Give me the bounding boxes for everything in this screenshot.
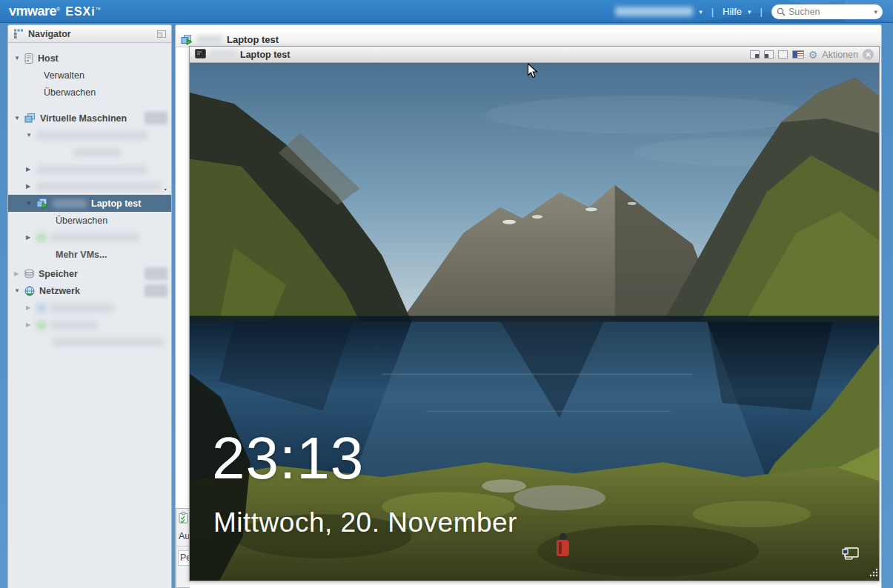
console-screen[interactable]: 23:13 Mittwoch, 20. November: [190, 63, 879, 581]
console-window-title: Laptop test: [240, 50, 290, 60]
tree-item-host-verwalten[interactable]: Verwalten: [8, 67, 171, 84]
vm-icon-redacted: [36, 233, 47, 242]
expander-icon[interactable]: ▼: [14, 287, 24, 294]
network-count-badge-redacted: [145, 284, 167, 297]
navigator-panel: Navigator ▼ Host Verwalten: [7, 24, 172, 588]
network-name-redacted: [50, 304, 114, 313]
console-screen-icon: [195, 48, 206, 61]
tree-item-label: Virtuelle Maschinen: [40, 113, 127, 124]
tree-item-virtuelle-maschinen[interactable]: ▼ Virtuelle Maschinen: [8, 110, 171, 127]
user-menu-caret-icon[interactable]: ▾: [699, 8, 703, 16]
search-caret-icon[interactable]: ▾: [874, 8, 877, 16]
navigator-tree: ▼ Host Verwalten Überwachen ▼: [8, 43, 171, 350]
tree-item-vm-redacted[interactable]: ▶: [8, 229, 171, 246]
vm-name-redacted: [36, 165, 147, 174]
mouse-cursor: [527, 63, 538, 82]
vm-running-icon: [36, 198, 48, 209]
storage-icon: [24, 269, 34, 278]
navigator-title: Navigator: [28, 29, 153, 39]
tasks-clipped-text: Au: [179, 531, 190, 541]
vms-icon: [24, 113, 36, 123]
tree-item-vm-ueberwachen[interactable]: Überwachen: [8, 212, 171, 229]
tree-item-label: Speicher: [39, 269, 78, 279]
tree-item-netzwerk[interactable]: ▼ Netzwerk: [8, 282, 171, 299]
tree-item-vm-redacted[interactable]: ▶ .: [8, 178, 171, 195]
network-icon-redacted: [36, 321, 47, 330]
tree-item-host[interactable]: ▼ Host: [8, 50, 171, 67]
page-header: Laptop test: [176, 33, 881, 47]
expander-icon[interactable]: ▶: [26, 183, 36, 190]
console-size-icon[interactable]: [764, 50, 774, 59]
expander-icon[interactable]: ▶: [26, 304, 36, 311]
tree-item-label: Host: [38, 53, 59, 64]
console-title-bar[interactable]: Laptop test ⚙ Aktionen ✕: [190, 47, 879, 63]
tree-item-vm-redacted[interactable]: ▼: [8, 127, 171, 144]
tree-item-label: Laptop test: [91, 198, 141, 209]
gear-icon[interactable]: ⚙: [809, 50, 818, 60]
network-icon-redacted: [36, 304, 47, 313]
console-size-icon[interactable]: [778, 50, 788, 59]
panel-dock-icon[interactable]: [157, 30, 166, 38]
page-title: Laptop test: [227, 34, 279, 45]
actions-menu[interactable]: Aktionen: [822, 50, 858, 60]
navigator-tree-icon: [13, 29, 24, 39]
tasks-clipped-tab[interactable]: Pe: [178, 550, 190, 566]
host-icon: [24, 53, 33, 64]
expander-icon[interactable]: ▶: [14, 270, 24, 277]
resize-grip[interactable]: [869, 567, 879, 581]
close-icon[interactable]: ✕: [863, 49, 874, 60]
expander-icon[interactable]: ▼: [26, 200, 36, 207]
tree-item-network-more-redacted[interactable]: [8, 333, 171, 350]
search-input[interactable]: [789, 7, 871, 17]
navigator-header: Navigator: [8, 25, 171, 43]
help-menu-caret-icon[interactable]: ▾: [748, 8, 751, 16]
expander-icon[interactable]: ▼: [14, 115, 24, 121]
expander-icon[interactable]: ▶: [26, 321, 36, 328]
vm-name-redacted: [36, 131, 147, 140]
tree-item-mehr-vms[interactable]: Mehr VMs...: [8, 246, 171, 263]
network-link-redacted: [53, 338, 164, 347]
tree-item-host-ueberwachen[interactable]: Überwachen: [8, 84, 171, 101]
search-box[interactable]: ▾: [771, 4, 883, 19]
lock-screen-date: Mittwoch, 20. November: [213, 507, 517, 538]
keyboard-layout-flag-icon[interactable]: [792, 50, 804, 59]
esxi-app: vmware®ESXi™ ▾ | Hilfe ▾ | ▾: [0, 0, 893, 588]
top-bar: vmware®ESXi™ ▾ | Hilfe ▾ | ▾: [0, 0, 893, 23]
divider: [176, 546, 190, 547]
logo-esxi-text: ESXi: [65, 5, 95, 18]
vm-name-prefix-redacted: [53, 199, 87, 208]
vm-name-prefix-redacted: [197, 36, 222, 44]
separator: |: [711, 6, 714, 17]
expander-icon[interactable]: ▶: [26, 234, 36, 241]
expander-icon[interactable]: ▶: [26, 166, 36, 173]
tree-item-network-redacted[interactable]: ▶: [8, 316, 171, 333]
vm-console-window: Laptop test ⚙ Aktionen ✕: [189, 46, 880, 581]
help-menu[interactable]: Hilfe: [723, 6, 742, 17]
tree-item-label: Verwalten: [44, 70, 84, 81]
vm-count-badge-redacted: [145, 112, 167, 124]
vm-name-trailing-dot: .: [165, 182, 167, 193]
network-status-icon: [840, 547, 860, 566]
network-name-redacted: [50, 321, 98, 330]
console-size-icon[interactable]: [750, 50, 760, 59]
expander-icon[interactable]: ▼: [26, 132, 36, 138]
storage-count-badge-redacted: [145, 267, 167, 280]
expander-icon[interactable]: ▼: [14, 55, 24, 61]
tree-item-speicher[interactable]: ▶ Speicher: [8, 265, 171, 282]
tree-item-vm-redacted[interactable]: ▶: [8, 161, 171, 178]
lock-screen-time: 23:13: [212, 429, 364, 488]
vmware-esxi-logo: vmware®ESXi™: [9, 4, 101, 19]
tree-item-network-redacted[interactable]: ▶: [8, 299, 171, 316]
tree-item-vm-child-redacted[interactable]: [8, 144, 171, 161]
vm-name-prefix-redacted: [210, 50, 236, 59]
logo-vmware-text: vmware: [9, 4, 56, 19]
topbar-controls: ▾ | Hilfe ▾ | ▾: [615, 0, 883, 23]
tree-item-laptop-test-selected[interactable]: ▼ Laptop test: [8, 195, 171, 212]
tasks-icon: [179, 512, 188, 527]
lock-screen-wallpaper: [190, 63, 879, 581]
vm-running-icon: [181, 35, 193, 45]
tasks-panel-sliver: Au Pe: [176, 508, 190, 588]
search-icon: [777, 7, 786, 16]
username-redacted[interactable]: [615, 7, 693, 16]
separator: |: [760, 6, 763, 17]
